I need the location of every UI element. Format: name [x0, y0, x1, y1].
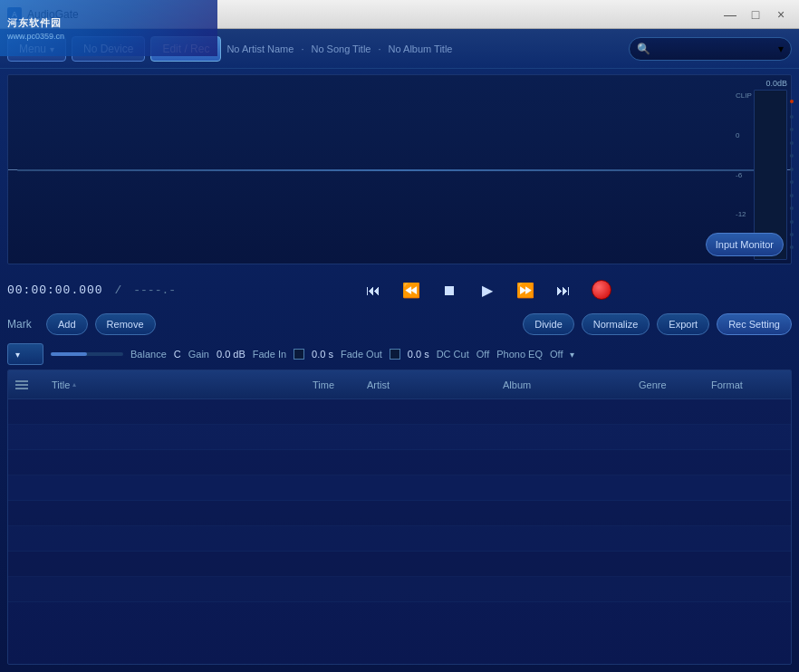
- export-button[interactable]: Export: [657, 313, 709, 335]
- playlist-row[interactable]: [8, 577, 791, 602]
- playlist-col-format[interactable]: Format: [711, 379, 784, 390]
- vu-tick-0: 0: [736, 131, 752, 139]
- playlist-row[interactable]: [8, 425, 791, 450]
- menu-button[interactable]: Menu: [7, 36, 66, 62]
- input-monitor-button[interactable]: Input Monitor: [706, 233, 784, 256]
- vu-dot-8: [790, 206, 794, 210]
- app-container: 河东软件园 www.pc0359.cn Menu No Device Edit …: [0, 29, 799, 672]
- playlist-container: Title ▴ Time Artist Album Genre Format: [7, 370, 792, 665]
- normalize-button[interactable]: Normalize: [582, 313, 650, 335]
- search-chevron-icon: ▾: [778, 43, 784, 55]
- vu-dot-10: [790, 233, 794, 236]
- playlist-menu-icon[interactable]: [15, 380, 28, 389]
- vu-dot-clip: [790, 100, 794, 103]
- stop-icon: [442, 281, 457, 300]
- playlist-col-menu: [15, 380, 52, 389]
- close-button[interactable]: ×: [770, 5, 792, 24]
- playlist-header: Title ▴ Time Artist Album Genre Format: [8, 370, 791, 399]
- vu-dot-6: [790, 180, 794, 184]
- skip-to-end-button[interactable]: [547, 274, 580, 306]
- search-icon: 🔍: [637, 43, 650, 55]
- edit-rec-button[interactable]: Edit / Rec: [150, 36, 221, 62]
- app-title: AudioGate: [27, 8, 79, 21]
- transport-controls: [183, 274, 792, 306]
- metadata-area: No Artist Name · No Song Title · No Albu…: [226, 43, 452, 54]
- playlist-row[interactable]: [8, 399, 791, 425]
- fade-in-label: Fade In: [253, 349, 286, 360]
- song-title: No Song Title: [311, 43, 371, 54]
- balance-label: Balance: [130, 349, 167, 360]
- vu-tick-12: -12: [736, 210, 752, 218]
- fast-forward-icon: [516, 281, 534, 300]
- search-input[interactable]: [654, 43, 775, 54]
- album-title: No Album Title: [389, 43, 453, 54]
- playlist-col-title[interactable]: Title ▴: [52, 379, 313, 390]
- mark-label: Mark: [7, 318, 39, 331]
- add-mark-button[interactable]: Add: [46, 313, 88, 335]
- dc-cut-toggle[interactable]: Off: [477, 349, 489, 360]
- rewind-button[interactable]: [395, 274, 428, 306]
- play-icon: [482, 281, 493, 300]
- record-button[interactable]: [585, 274, 618, 306]
- toolbar: Menu No Device Edit / Rec No Artist Name…: [0, 29, 799, 69]
- fade-out-checkbox[interactable]: [390, 349, 400, 360]
- dropdown-chevron-icon: [15, 349, 20, 360]
- artist-name: No Artist Name: [226, 43, 294, 54]
- title-sort-icon: ▴: [72, 380, 76, 389]
- waveform-line: [17, 169, 782, 171]
- dropdown-button[interactable]: [7, 343, 43, 365]
- time-separator: /: [114, 283, 122, 297]
- audio-settings: Balance C Gain 0.0 dB Fade In 0.0 s Fade…: [0, 339, 799, 370]
- fast-forward-button[interactable]: [509, 274, 542, 306]
- playlist-row[interactable]: [8, 501, 791, 526]
- no-device-button[interactable]: No Device: [72, 36, 145, 62]
- gain-value: 0.0 dB: [217, 349, 245, 360]
- db-label: 0.0dB: [736, 79, 787, 88]
- waveform-display: [8, 75, 791, 264]
- playlist-col-artist[interactable]: Artist: [367, 379, 503, 390]
- minimize-button[interactable]: —: [719, 5, 741, 24]
- playlist-rows: [8, 399, 791, 664]
- window-controls: — □ ×: [719, 5, 792, 24]
- vu-tick-clip: CLIP: [736, 91, 752, 100]
- app-icon: A: [7, 7, 22, 22]
- vu-dot-4: [790, 154, 794, 158]
- playlist-row[interactable]: [8, 450, 791, 475]
- search-box[interactable]: 🔍 ▾: [629, 37, 792, 61]
- dot1: ·: [301, 43, 303, 54]
- playlist-row[interactable]: [8, 526, 791, 552]
- controls-area: 00:00:00.000 / ----.-: [0, 270, 799, 310]
- time-counter: ----.-: [133, 283, 176, 297]
- dot2: ·: [379, 43, 381, 54]
- fade-in-checkbox[interactable]: [294, 349, 304, 360]
- playlist-col-genre[interactable]: Genre: [639, 379, 711, 390]
- divide-button[interactable]: Divide: [523, 313, 574, 335]
- record-dot-icon: [592, 280, 611, 300]
- playlist-col-time[interactable]: Time: [313, 379, 367, 390]
- time-value: 00:00:00.000: [7, 283, 103, 297]
- maximize-button[interactable]: □: [745, 5, 766, 24]
- vu-dots: [790, 91, 794, 259]
- skip-to-start-icon: [366, 281, 380, 300]
- vu-dot-1: [790, 115, 794, 119]
- title-bar-left: A AudioGate: [7, 7, 79, 22]
- balance-value: C: [174, 349, 181, 360]
- remove-mark-button[interactable]: Remove: [95, 313, 156, 335]
- phono-eq-toggle[interactable]: Off: [550, 349, 563, 360]
- stop-button[interactable]: [433, 274, 466, 306]
- play-button[interactable]: [471, 274, 504, 306]
- fade-in-value: 0.0 s: [312, 349, 333, 360]
- vu-tick-6: -6: [736, 171, 752, 179]
- skip-to-start-button[interactable]: [357, 274, 390, 306]
- rec-setting-button[interactable]: Rec Setting: [717, 313, 792, 335]
- fade-out-label: Fade Out: [341, 349, 382, 360]
- vu-dot-11: [790, 245, 794, 249]
- playlist-row[interactable]: [8, 552, 791, 577]
- mark-controls: Mark Add Remove Divide Normalize Export …: [0, 310, 799, 339]
- slider-track[interactable]: [51, 352, 123, 356]
- playlist-row[interactable]: [8, 475, 791, 501]
- phono-eq-label: Phono EQ: [496, 349, 543, 360]
- dc-cut-label: DC Cut: [437, 349, 469, 360]
- playlist-col-album[interactable]: Album: [503, 379, 639, 390]
- slider-fill: [51, 352, 87, 356]
